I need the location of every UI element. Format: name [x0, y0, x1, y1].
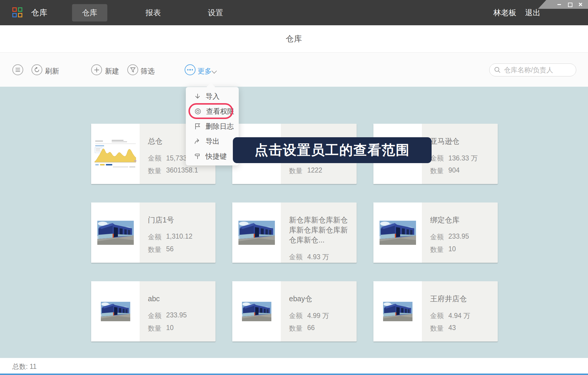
- amount-value: 136.33 万: [448, 154, 478, 163]
- amount-label: 金额: [430, 232, 444, 242]
- menu-item-delete-log[interactable]: 删除日志: [186, 119, 239, 134]
- minimize-icon[interactable]: [557, 2, 562, 7]
- bottom-accent-line: [0, 374, 588, 375]
- create-label[interactable]: 新建: [105, 66, 119, 76]
- warehouse-photo: [373, 202, 422, 263]
- warehouse-list: 总仓 金额15,733.56 万 数量3601358.1 金额 数量1222 亚…: [0, 87, 588, 358]
- tab-settings[interactable]: 设置: [199, 4, 232, 21]
- qty-label: 数量: [148, 324, 161, 333]
- main-tabs: 仓库 报表 设置: [72, 0, 232, 25]
- qty-value: 10: [448, 245, 456, 254]
- qty-value: 1222: [307, 166, 322, 175]
- amount-label: 金额: [289, 252, 303, 262]
- warehouse-card[interactable]: 新仓库新仓库新仓库新仓库新仓库新仓库新仓... 金额4.93 万 数量40: [232, 202, 357, 263]
- warehouse-card[interactable]: 绑定仓库 金额233.95 数量10: [373, 202, 498, 263]
- qty-value: 3601358.1: [166, 166, 198, 175]
- logout-button[interactable]: 退出: [525, 8, 540, 18]
- search-placeholder: 仓库名称/负责人: [504, 66, 553, 75]
- search-input[interactable]: 仓库名称/负责人: [489, 63, 576, 76]
- search-icon: [494, 66, 501, 73]
- warehouse-card[interactable]: ebay仓 金额4.99 万 数量66: [232, 281, 357, 341]
- app-title: 仓库: [31, 7, 48, 18]
- qty-label: 数量: [430, 166, 444, 175]
- hamburger-icon: [16, 68, 20, 72]
- plus-icon: [94, 67, 99, 73]
- amount-value: 4.93 万: [307, 252, 329, 262]
- amount-value: 1,310.12: [166, 232, 193, 242]
- toolbar: 刷新 新建 筛选 更多 仓库名称/负责人: [0, 52, 588, 87]
- warehouse-name: abc: [148, 294, 210, 304]
- amount-value: 233.95: [166, 311, 187, 320]
- amount-label: 金额: [430, 311, 444, 320]
- amount-label: 金额: [148, 154, 161, 163]
- more-dropdown-menu: 导入 查看权限 删除日志 导出 快捷键: [186, 87, 239, 165]
- warehouse-card[interactable]: 门店1号 金额1,310.12 数量56: [91, 202, 216, 263]
- warehouse-photo: [232, 281, 281, 341]
- total-count: 总数: 11: [12, 362, 37, 371]
- qty-label: 数量: [430, 245, 444, 254]
- menu-item-import[interactable]: 导入: [186, 89, 239, 104]
- amount-value: 233.95: [448, 232, 469, 242]
- warehouse-name: 王府井店仓: [430, 294, 492, 304]
- tab-reports[interactable]: 报表: [137, 4, 170, 21]
- warehouse-card[interactable]: 王府井店仓 金额4.94 万 数量43: [373, 281, 498, 341]
- warehouse-name: 新仓库新仓库新仓库新仓库新仓库新仓库新仓...: [289, 215, 351, 245]
- amount-label: 金额: [430, 154, 444, 163]
- window-controls: [538, 0, 588, 9]
- menu-item-export[interactable]: 导出: [186, 134, 239, 149]
- qty-value: 66: [307, 324, 315, 333]
- tab-warehouse[interactable]: 仓库: [72, 4, 107, 21]
- callout-tooltip: 点击设置员工的查看范围: [233, 137, 432, 163]
- amount-value: 4.99 万: [307, 311, 329, 320]
- warehouse-photo: [91, 202, 140, 263]
- filter-button[interactable]: [127, 64, 138, 75]
- highlight-outline: [188, 103, 233, 119]
- signpost-icon: [194, 153, 201, 160]
- filter-label[interactable]: 筛选: [141, 66, 155, 76]
- page-header: 仓库: [0, 25, 588, 52]
- export-icon: [194, 138, 201, 145]
- warehouse-photo: [232, 202, 281, 263]
- amount-value: 4.94 万: [448, 311, 470, 320]
- close-icon[interactable]: [578, 2, 583, 7]
- menu-list-button[interactable]: [12, 64, 23, 75]
- menu-item-shortcuts[interactable]: 快捷键: [186, 149, 239, 164]
- chart-thumbnail: [91, 124, 140, 184]
- qty-label: 数量: [148, 166, 161, 175]
- qty-label: 数量: [148, 245, 161, 254]
- qty-value: 43: [448, 324, 456, 333]
- amount-label: 金额: [148, 311, 161, 320]
- chevron-down-icon[interactable]: [211, 68, 217, 73]
- refresh-label[interactable]: 刷新: [45, 66, 59, 76]
- warehouse-name: 亚马逊仓: [430, 136, 492, 146]
- user-name[interactable]: 林老板: [493, 8, 516, 18]
- ellipsis-icon: [187, 69, 193, 71]
- qty-label: 数量: [289, 324, 303, 333]
- app-logo-icon: [12, 7, 23, 18]
- more-button[interactable]: [185, 64, 196, 75]
- create-button[interactable]: [91, 64, 102, 75]
- flag-icon: [194, 123, 201, 130]
- refresh-button[interactable]: [31, 64, 42, 75]
- download-icon: [194, 93, 201, 100]
- funnel-icon: [130, 67, 136, 73]
- refresh-icon: [34, 67, 40, 73]
- qty-value: 10: [166, 324, 174, 333]
- page-title: 仓库: [286, 34, 302, 44]
- callout-text: 点击设置员工的查看范围: [255, 141, 410, 159]
- more-label[interactable]: 更多: [198, 66, 212, 76]
- maximize-icon[interactable]: [567, 2, 572, 7]
- qty-value: 56: [166, 245, 174, 254]
- amount-label: 金额: [148, 232, 161, 242]
- qty-label: 数量: [430, 324, 444, 333]
- warehouse-card[interactable]: abc 金额233.95 数量10: [91, 281, 216, 341]
- app-bar: 仓库 仓库 报表 设置 林老板 退出: [0, 0, 588, 25]
- warehouse-name: 门店1号: [148, 215, 210, 225]
- warehouse-name: ebay仓: [289, 294, 351, 304]
- warehouse-photo: [373, 281, 422, 341]
- amount-label: 金额: [289, 311, 303, 320]
- qty-value: 904: [448, 166, 460, 175]
- status-bar: 总数: 11: [0, 358, 588, 375]
- warehouse-name: 绑定仓库: [430, 215, 492, 225]
- warehouse-photo: [91, 281, 140, 341]
